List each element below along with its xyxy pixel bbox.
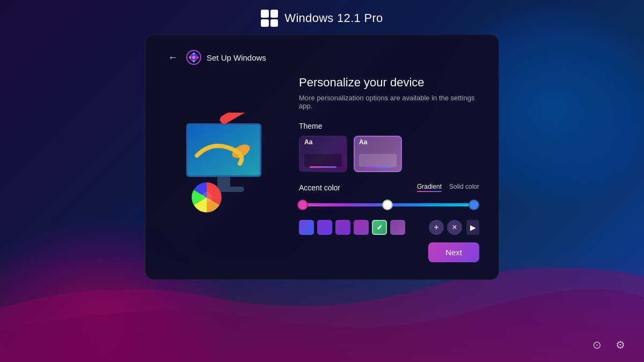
swatch-1[interactable] <box>299 220 314 235</box>
card-right: Personalize your device More personaliza… <box>299 76 479 262</box>
slider-thumb-3[interactable] <box>469 200 479 210</box>
slider-thumb-2[interactable] <box>382 200 393 210</box>
add-swatch-button[interactable]: + <box>429 220 444 235</box>
theme-light-window <box>359 154 397 167</box>
swatch-4[interactable] <box>354 220 369 235</box>
theme-dark-bar <box>310 166 336 168</box>
theme-label: Theme <box>299 122 479 130</box>
swatch-2[interactable] <box>317 220 332 235</box>
accent-header: Accent color Gradient Solid color <box>299 183 479 192</box>
svg-point-3 <box>193 53 195 55</box>
settings-icon[interactable]: ⚙ <box>613 337 628 352</box>
swatch-group: ✓ <box>299 220 405 235</box>
page-title: Personalize your device <box>299 76 479 90</box>
top-bar: Windows 12.1 Pro <box>0 0 644 34</box>
monitor-illustration <box>170 113 277 225</box>
svg-point-15 <box>201 192 212 203</box>
arrow-button[interactable]: ▶ <box>466 220 479 235</box>
accent-type-buttons: Gradient Solid color <box>417 183 479 192</box>
theme-option-dark[interactable]: Aa <box>299 136 347 172</box>
theme-light-bar <box>364 166 391 168</box>
page-subtitle: More personalization options are availab… <box>299 94 479 110</box>
setup-label: Set Up Windows <box>207 53 266 62</box>
app-title: Windows 12.1 Pro <box>284 11 383 25</box>
swatch-6[interactable] <box>390 220 405 235</box>
svg-point-2 <box>192 56 195 59</box>
accent-type-solid[interactable]: Solid color <box>449 183 479 192</box>
svg-point-6 <box>189 56 191 58</box>
accent-label: Accent color <box>299 183 340 192</box>
swatch-checkmark: ✓ <box>373 221 386 234</box>
slider-thumb-1[interactable] <box>297 200 308 210</box>
svg-point-4 <box>196 56 199 58</box>
svg-rect-10 <box>217 177 230 188</box>
logo-quad-tl <box>261 10 269 18</box>
remove-swatch-button[interactable]: × <box>447 220 462 235</box>
theme-dark-window <box>304 154 342 167</box>
bottom-bar: ⊙ ⚙ <box>589 337 628 352</box>
logo-quad-bl <box>261 19 269 27</box>
setup-icon <box>186 50 201 65</box>
color-slider[interactable] <box>299 197 479 212</box>
card-body: Personalize your device More personaliza… <box>165 76 479 262</box>
card-header: ← Set Up Windows <box>165 50 479 65</box>
illustration-area <box>165 76 283 262</box>
windows-logo <box>261 10 278 27</box>
theme-option-light[interactable]: Aa <box>354 136 402 172</box>
swatch-5-selected[interactable]: ✓ <box>372 220 387 235</box>
swatch-action-buttons: + × <box>429 220 462 235</box>
next-button[interactable]: Next <box>428 242 479 262</box>
theme-light-aa: Aa <box>355 136 371 149</box>
setup-card: ← Set Up Windows <box>145 34 499 280</box>
accessibility-icon[interactable]: ⊙ <box>589 337 604 352</box>
accent-type-gradient[interactable]: Gradient <box>417 183 442 192</box>
swatches-row: ✓ + × ▶ <box>299 220 479 235</box>
arrow-icon: ▶ <box>470 223 476 232</box>
theme-dark-aa: Aa <box>300 136 317 149</box>
svg-point-5 <box>193 60 195 62</box>
theme-options: Aa Aa <box>299 136 479 172</box>
back-button[interactable]: ← <box>165 51 181 64</box>
logo-quad-br <box>270 19 279 27</box>
swatch-3[interactable] <box>335 220 350 235</box>
logo-quad-tr <box>270 10 279 18</box>
